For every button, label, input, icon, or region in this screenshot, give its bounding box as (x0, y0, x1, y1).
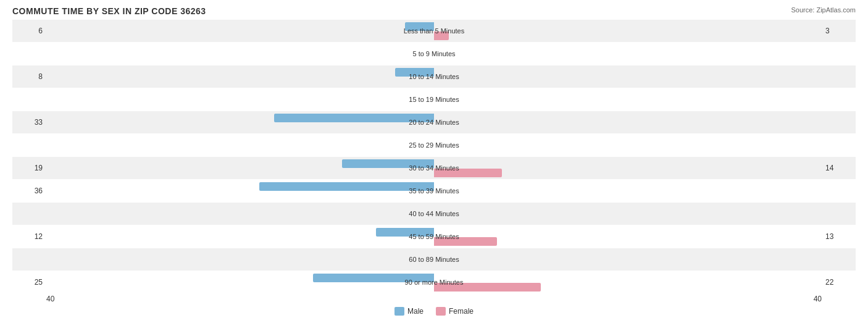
table-row: 5 to 9 Minutes (12, 43, 856, 65)
female-bar-row (46, 214, 822, 223)
male-label: Male (407, 307, 424, 316)
male-bar-row (46, 251, 822, 259)
bar-area: 5 to 9 Minutes (46, 43, 822, 65)
female-bar-row (46, 260, 822, 269)
legend-female: Female (436, 307, 474, 316)
male-value: 19 (12, 164, 46, 172)
male-bar (376, 228, 434, 237)
bars-wrapper: 5 to 9 Minutes (46, 43, 822, 65)
male-bar-row (46, 159, 822, 168)
rows-area: 6Less than 5 Minutes35 to 9 Minutes810 t… (12, 20, 856, 293)
female-bar-row (46, 123, 822, 132)
bars-wrapper: 35 to 39 Minutes (46, 180, 822, 202)
table-row: 25 to 29 Minutes (12, 134, 856, 156)
male-bar (259, 182, 434, 191)
table-row: 810 to 14 Minutes (12, 65, 856, 88)
male-value: 33 (12, 118, 46, 127)
table-row: 1930 to 34 Minutes14 (12, 157, 856, 179)
bottom-axis: 40 40 (12, 295, 856, 303)
male-value: 25 (12, 278, 46, 287)
male-swatch (394, 307, 404, 316)
female-bar-row (46, 54, 822, 63)
legend: Male Female (12, 307, 856, 316)
axis-left: 40 (46, 295, 54, 303)
bar-area: 25 to 29 Minutes (46, 134, 822, 156)
male-bar (313, 274, 434, 282)
table-row: 3320 to 24 Minutes (12, 111, 856, 133)
bars-wrapper: 90 or more Minutes (46, 271, 822, 293)
female-label: Female (449, 307, 474, 316)
table-row: 15 to 19 Minutes (12, 88, 856, 111)
female-bar (434, 31, 449, 40)
male-value: 36 (12, 187, 46, 195)
female-bar-row (46, 191, 822, 200)
table-row: 40 to 44 Minutes (12, 203, 856, 225)
bars-wrapper: 40 to 44 Minutes (46, 203, 822, 225)
table-row: 2590 or more Minutes22 (12, 271, 856, 293)
male-bar-row (46, 182, 822, 191)
female-bar-row (46, 237, 822, 246)
male-value: 8 (12, 72, 46, 81)
female-bar-row (46, 31, 822, 40)
female-bar-row (46, 283, 822, 292)
female-bar-row (46, 146, 822, 154)
source-label: Source: ZipAtlas.com (791, 6, 856, 14)
chart-container: COMMUTE TIME BY SEX IN ZIP CODE 36263 So… (0, 0, 868, 323)
female-swatch (436, 307, 446, 316)
male-bar-row (46, 205, 822, 214)
male-bar (274, 114, 434, 122)
female-bar (434, 283, 541, 292)
bars-wrapper: 15 to 19 Minutes (46, 88, 822, 111)
male-bar-row (46, 91, 822, 99)
bars-wrapper: 45 to 59 Minutes (46, 225, 822, 248)
female-value: 13 (822, 232, 856, 241)
legend-male: Male (394, 307, 424, 316)
bars-wrapper: 10 to 14 Minutes (46, 65, 822, 88)
bar-area: 90 or more Minutes (46, 271, 822, 293)
bars-wrapper: 60 to 89 Minutes (46, 248, 822, 271)
male-value: 6 (12, 27, 46, 35)
bar-area: 35 to 39 Minutes (46, 180, 822, 202)
bar-area: 10 to 14 Minutes (46, 65, 822, 88)
table-row: 6Less than 5 Minutes3 (12, 20, 856, 42)
female-bar-row (46, 169, 822, 177)
bars-wrapper: 30 to 34 Minutes (46, 157, 822, 179)
female-bar (434, 169, 502, 177)
male-bar-row (46, 274, 822, 282)
bar-area: 15 to 19 Minutes (46, 88, 822, 111)
axis-right: 40 (814, 295, 822, 303)
female-bar-row (46, 77, 822, 86)
male-bar (342, 159, 434, 168)
male-bar (405, 22, 434, 31)
bars-wrapper: Less than 5 Minutes (46, 20, 822, 42)
female-value: 22 (822, 278, 856, 287)
male-bar-row (46, 136, 822, 145)
bar-area: 20 to 24 Minutes (46, 111, 822, 133)
table-row: 3635 to 39 Minutes (12, 180, 856, 202)
female-bar-row (46, 100, 822, 109)
male-bar-row (46, 22, 822, 31)
chart-title: COMMUTE TIME BY SEX IN ZIP CODE 36263 (12, 6, 856, 16)
female-bar (434, 237, 497, 246)
bar-area: 40 to 44 Minutes (46, 203, 822, 225)
male-bar-row (46, 68, 822, 77)
bar-area: Less than 5 Minutes (46, 20, 822, 42)
table-row: 60 to 89 Minutes (12, 248, 856, 271)
male-bar-row (46, 228, 822, 237)
male-bar-row (46, 45, 822, 54)
male-bar-row (46, 114, 822, 122)
female-value: 3 (822, 27, 856, 35)
bars-wrapper: 25 to 29 Minutes (46, 134, 822, 156)
male-bar (395, 68, 434, 77)
bar-area: 45 to 59 Minutes (46, 225, 822, 248)
female-value: 14 (822, 164, 856, 172)
bars-wrapper: 20 to 24 Minutes (46, 111, 822, 133)
bar-area: 30 to 34 Minutes (46, 157, 822, 179)
male-value: 12 (12, 232, 46, 241)
table-row: 1245 to 59 Minutes13 (12, 225, 856, 248)
bar-area: 60 to 89 Minutes (46, 248, 822, 271)
